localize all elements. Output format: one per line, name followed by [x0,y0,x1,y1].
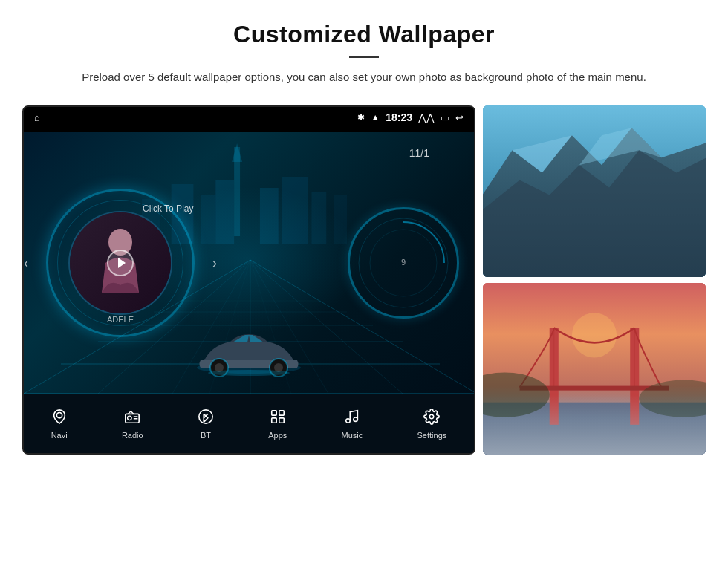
prev-button[interactable]: ‹ [24,256,28,271]
bottom-nav: Navi Radio BT Apps [24,394,474,453]
bt-label: BT [201,431,211,440]
svg-rect-19 [215,180,234,244]
car-screen: ⌂ ✱ ▲ 18:23 ⋀⋀ ▭ ↩ [22,105,475,455]
svg-marker-16 [232,143,242,162]
music-player: ADELE ‹ › Click To Play [46,189,195,337]
up-arrows-icon: ⋀⋀ [418,112,435,123]
settings-label: Settings [417,431,447,440]
play-button[interactable] [107,250,134,276]
music-label: Music [342,431,363,440]
car-model-area [175,305,323,379]
home-icon: ⌂ [34,112,40,123]
gauge-svg: 9 [348,207,459,319]
next-button[interactable]: › [212,256,217,271]
apps-icon [270,409,286,428]
svg-point-37 [128,416,132,420]
date-display: 11/1 [409,147,429,159]
nav-item-apps[interactable]: Apps [256,403,299,446]
radio-icon [124,409,140,428]
status-bar: ⌂ ✱ ▲ 18:23 ⋀⋀ ▭ ↩ [24,107,474,128]
navi-icon [51,409,68,428]
nav-item-bt[interactable]: BT [186,403,226,446]
apps-label: Apps [268,431,287,440]
page-description: Preload over 5 default wallpaper options… [59,68,669,86]
bt-icon [198,409,214,428]
gauge-circle: 9 [348,207,459,319]
nav-item-settings[interactable]: Settings [406,403,459,446]
click-to-play-label: Click To Play [143,204,193,214]
svg-point-45 [346,418,351,423]
ice-photo [483,105,706,277]
main-content: ⌂ ✱ ▲ 18:23 ⋀⋀ ▭ ↩ [0,98,728,563]
nav-item-navi[interactable]: Navi [39,403,79,446]
svg-rect-22 [311,192,326,244]
svg-point-47 [430,414,435,419]
svg-text:9: 9 [401,258,406,267]
svg-rect-43 [271,417,276,422]
bridge-photo [483,283,706,455]
svg-point-54 [572,313,617,357]
music-icon [344,409,360,428]
artist-name: ADELE [107,315,134,324]
play-icon [118,258,126,268]
nav-item-radio[interactable]: Radio [110,403,155,446]
status-right: ✱ ▲ 18:23 ⋀⋀ ▭ ↩ [357,111,464,123]
svg-rect-24 [334,195,347,244]
svg-rect-41 [271,410,276,414]
title-divider [349,56,379,58]
settings-icon [423,409,440,428]
back-icon: ↩ [455,112,464,123]
svg-rect-44 [279,417,284,422]
car-model-svg [189,327,308,379]
nav-item-music[interactable]: Music [330,403,375,446]
time-display: 18:23 [386,111,412,123]
svg-rect-21 [282,177,308,244]
svg-point-31 [208,370,290,376]
page-header: Customized Wallpaper Preload over 5 defa… [0,0,728,98]
photo-stack [483,105,706,455]
svg-point-46 [354,417,358,421]
page-title: Customized Wallpaper [45,21,683,48]
wifi-icon: ▲ [371,112,380,123]
display-area: ADELE ‹ › Click To Play [24,132,474,394]
window-icon: ▭ [441,112,449,123]
svg-rect-42 [279,410,284,414]
bluetooth-icon: ✱ [357,112,365,123]
svg-point-35 [56,412,62,417]
navi-label: Navi [51,431,68,440]
svg-rect-20 [260,188,279,244]
svg-rect-18 [201,195,215,244]
radio-label: Radio [122,431,143,440]
